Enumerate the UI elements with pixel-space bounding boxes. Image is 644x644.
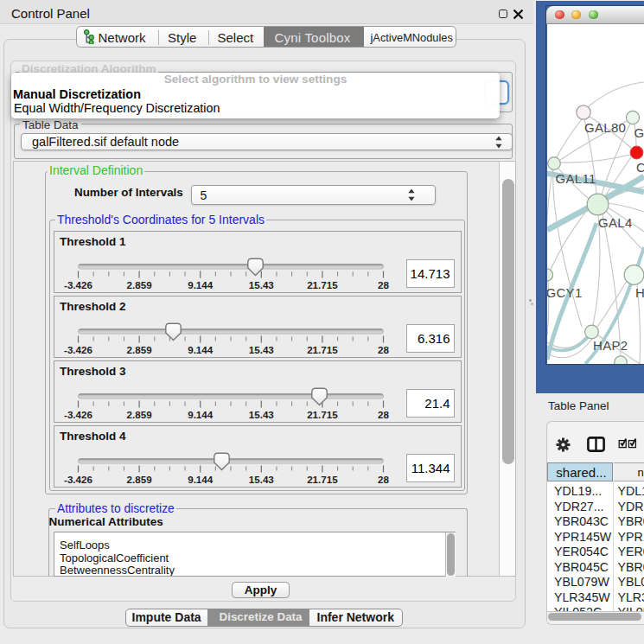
- svg-text:GAL11: GAL11: [556, 171, 596, 186]
- svg-text:21.715: 21.715: [307, 409, 338, 420]
- svg-text:21.715: 21.715: [307, 279, 338, 290]
- svg-text:HAP2: HAP2: [593, 338, 628, 353]
- svg-text:28: 28: [378, 344, 389, 355]
- svg-text:C: C: [636, 160, 644, 175]
- svg-text:28: 28: [378, 279, 389, 290]
- svg-text:-3.426: -3.426: [64, 279, 92, 290]
- svg-text:15.43: 15.43: [248, 409, 274, 420]
- svg-text:2.859: 2.859: [126, 409, 152, 420]
- svg-text:GAL4: GAL4: [598, 215, 633, 230]
- svg-text:9.144: 9.144: [188, 344, 214, 355]
- svg-text:15.43: 15.43: [248, 279, 274, 290]
- svg-text:-3.426: -3.426: [64, 474, 92, 485]
- svg-text:2.859: 2.859: [126, 474, 152, 485]
- svg-text:9.144: 9.144: [188, 474, 214, 485]
- svg-text:2.859: 2.859: [126, 279, 152, 290]
- svg-text:2.859: 2.859: [126, 344, 152, 355]
- svg-text:H: H: [635, 285, 644, 300]
- svg-text:28: 28: [378, 474, 389, 485]
- svg-text:15.43: 15.43: [248, 474, 274, 485]
- svg-text:9.144: 9.144: [188, 279, 214, 290]
- svg-text:-3.426: -3.426: [64, 409, 92, 420]
- svg-text:-3.426: -3.426: [64, 344, 92, 355]
- svg-text:GAL80: GAL80: [584, 120, 626, 135]
- svg-text:9.144: 9.144: [188, 409, 214, 420]
- svg-text:21.715: 21.715: [307, 344, 338, 355]
- svg-text:28: 28: [378, 409, 389, 420]
- svg-text:GCY1: GCY1: [547, 285, 583, 300]
- svg-text:GA: GA: [634, 125, 644, 140]
- svg-text:21.715: 21.715: [307, 474, 338, 485]
- svg-text:15.43: 15.43: [248, 344, 274, 355]
